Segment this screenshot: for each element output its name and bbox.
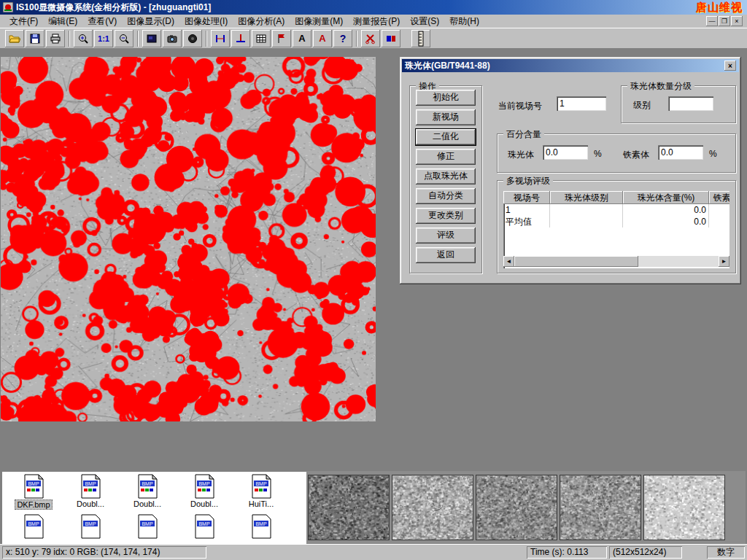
svg-text:BMP: BMP: [142, 481, 153, 486]
toolbar-separator: [137, 31, 139, 47]
file-item[interactable]: BMP HuiTi...: [233, 474, 289, 510]
table-row[interactable]: 平均值 0.0: [503, 216, 729, 228]
menu-image-measure[interactable]: 图像测量(M): [290, 14, 348, 29]
operation-group: 操作 初始化 新视场 二值化 修正 点取珠光体 自动分类 更改类别 评级 返回: [409, 85, 482, 273]
camera-icon: [166, 33, 178, 44]
rate-button[interactable]: 评级: [416, 228, 476, 244]
camera-button[interactable]: [163, 30, 182, 47]
overlay-icon: [385, 33, 397, 44]
help-button[interactable]: ?: [333, 30, 352, 47]
marker-flag-button[interactable]: [272, 30, 291, 47]
printer-icon: [50, 33, 61, 44]
menu-settings[interactable]: 设置(S): [405, 14, 444, 29]
auto-classify-button[interactable]: 自动分类: [416, 188, 476, 204]
menu-measure-report[interactable]: 测量报告(P): [348, 14, 405, 29]
file-item[interactable]: BMP: [6, 514, 61, 539]
capture-button[interactable]: [142, 30, 161, 47]
file-list: BMP DKF.bmp BMP Doubl... BMP Doubl... BM…: [1, 471, 306, 544]
zoom-out-button[interactable]: [115, 30, 133, 47]
file-name: HuiTi...: [249, 499, 274, 508]
menu-image-analysis[interactable]: 图像分析(A): [233, 14, 290, 29]
processing-time-readout: Time (s): 0.113: [527, 546, 607, 559]
title-bar[interactable]: IS100显微摄像系统(金相分析版) - [zhuguangti01]: [0, 0, 747, 15]
toolbar-separator: [356, 31, 357, 47]
file-item[interactable]: BMP: [63, 514, 118, 539]
zoom-in-icon: [77, 33, 89, 44]
ruler-tool-button[interactable]: [411, 30, 430, 47]
menu-image-process[interactable]: 图像处理(I): [179, 14, 233, 29]
menu-image-display[interactable]: 图像显示(D): [122, 14, 179, 29]
correct-button[interactable]: 修正: [416, 149, 476, 165]
scroll-thumb[interactable]: [514, 256, 638, 267]
menu-file[interactable]: 文件(F): [4, 14, 43, 29]
svg-text:BMP: BMP: [28, 481, 39, 486]
grid-icon: [255, 33, 267, 44]
measure-length-button[interactable]: [211, 30, 230, 47]
new-field-button[interactable]: 新视场: [416, 109, 476, 125]
level-input[interactable]: [668, 96, 713, 111]
binarize-button[interactable]: 二值化: [416, 129, 476, 145]
ferrite-percent-input[interactable]: [658, 145, 703, 160]
image-thumbnail[interactable]: [392, 475, 473, 540]
annotate-text-button[interactable]: A: [293, 30, 311, 47]
file-row-1: BMP DKF.bmp BMP Doubl... BMP Doubl... BM…: [6, 474, 305, 510]
annotate-style-button[interactable]: A: [313, 30, 332, 47]
cell-field-no: 1: [503, 204, 550, 216]
table-row[interactable]: 1 0.0: [503, 204, 729, 216]
letter-a-icon: A: [298, 33, 305, 44]
mdi-window-controls: — ❐ ×: [706, 16, 743, 26]
pearlite-percent-input[interactable]: [543, 145, 588, 160]
menu-view[interactable]: 查看(V): [82, 14, 122, 29]
print-button[interactable]: [46, 30, 65, 47]
metallograph-image[interactable]: [1, 57, 376, 421]
pick-pearlite-button[interactable]: 点取珠光体: [416, 168, 476, 184]
mdi-minimize-button[interactable]: —: [706, 16, 718, 26]
scroll-left-arrow[interactable]: ◄: [503, 256, 514, 267]
zoom-in-button[interactable]: [74, 30, 93, 47]
cell-field-no: 平均值: [503, 216, 550, 228]
calibration-grid-button[interactable]: [252, 30, 271, 47]
cut-button[interactable]: [361, 30, 380, 47]
file-item[interactable]: BMP Doubl...: [177, 474, 232, 510]
image-thumbnail[interactable]: [643, 475, 725, 540]
table-hscrollbar[interactable]: ◄ ►: [503, 256, 729, 267]
open-file-button[interactable]: [5, 30, 24, 47]
dialog-title-bar[interactable]: 珠光体(GB/T9441-88) ×: [402, 59, 739, 72]
menu-help[interactable]: 帮助(H): [444, 14, 484, 29]
file-item[interactable]: BMP DKF.bmp: [6, 474, 61, 510]
vendor-watermark: 唐山维视: [696, 1, 743, 15]
zoom-out-icon: [118, 33, 130, 44]
image-thumbnail[interactable]: [308, 475, 390, 540]
dialog-close-button[interactable]: ×: [724, 61, 736, 71]
image-thumbnail[interactable]: [560, 475, 641, 540]
current-field-input[interactable]: [557, 96, 606, 111]
file-item[interactable]: BMP: [233, 514, 289, 539]
mdi-close-button[interactable]: ×: [731, 16, 743, 26]
scroll-right-arrow[interactable]: ►: [719, 256, 729, 267]
grading-group: 珠光体数量分级 级别: [621, 85, 736, 123]
actual-size-button[interactable]: 1:1: [94, 30, 113, 47]
overlay-toggle-button[interactable]: [382, 30, 400, 47]
file-item[interactable]: BMP: [177, 514, 232, 539]
cell-content: 0.0: [623, 216, 709, 228]
file-name: Doubl...: [133, 499, 161, 508]
bmp-file-icon: BMP: [136, 514, 158, 539]
image-thumbnail[interactable]: [476, 475, 557, 540]
white-balance-button[interactable]: [183, 30, 202, 47]
cell-ferrite: [709, 216, 729, 228]
save-button[interactable]: [26, 30, 44, 47]
file-item[interactable]: BMP Doubl...: [63, 474, 118, 510]
mdi-restore-button[interactable]: ❐: [719, 16, 730, 26]
svg-text:BMP: BMP: [85, 481, 96, 486]
init-button[interactable]: 初始化: [416, 90, 476, 106]
menu-edit[interactable]: 编辑(E): [43, 14, 82, 29]
header-field-no: 视场号: [503, 191, 550, 204]
file-name: Doubl...: [190, 499, 218, 508]
help-question-icon: ?: [340, 33, 347, 44]
file-item[interactable]: BMP: [120, 514, 175, 539]
return-button[interactable]: 返回: [416, 247, 476, 263]
measure-height-button[interactable]: [231, 30, 250, 47]
change-category-button[interactable]: 更改类别: [416, 208, 476, 224]
ferrite-percent-sign: %: [709, 149, 717, 159]
file-item[interactable]: BMP Doubl...: [120, 474, 175, 510]
